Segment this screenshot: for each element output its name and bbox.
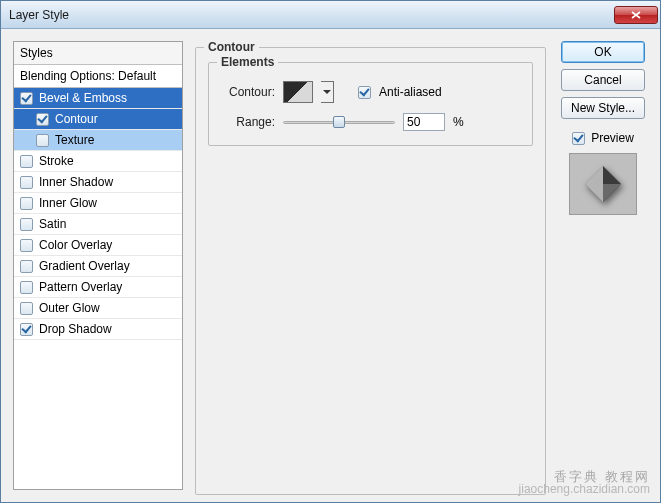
style-row-inner-glow[interactable]: Inner Glow	[14, 193, 182, 214]
style-checkbox[interactable]	[20, 239, 33, 252]
styles-list: Bevel & EmbossContourTextureStrokeInner …	[14, 88, 182, 340]
ok-button[interactable]: OK	[561, 41, 645, 63]
range-input[interactable]	[403, 113, 445, 131]
style-checkbox[interactable]	[20, 176, 33, 189]
style-label: Color Overlay	[39, 238, 112, 252]
style-row-contour[interactable]: Contour	[14, 109, 182, 130]
new-style-button[interactable]: New Style...	[561, 97, 645, 119]
close-icon	[631, 11, 641, 19]
style-label: Stroke	[39, 154, 74, 168]
styles-header[interactable]: Styles	[14, 42, 182, 65]
watermark-line2: jiaocheng.chazidian.com	[519, 483, 650, 496]
style-row-drop-shadow[interactable]: Drop Shadow	[14, 319, 182, 340]
style-row-inner-shadow[interactable]: Inner Shadow	[14, 172, 182, 193]
style-label: Satin	[39, 217, 66, 231]
style-label: Outer Glow	[39, 301, 100, 315]
blending-options-row[interactable]: Blending Options: Default	[14, 65, 182, 88]
style-label: Bevel & Emboss	[39, 91, 127, 105]
style-row-bevel-emboss[interactable]: Bevel & Emboss	[14, 88, 182, 109]
style-checkbox[interactable]	[20, 92, 33, 105]
preview-shape	[585, 166, 621, 202]
preview-toggle[interactable]: Preview	[572, 131, 634, 145]
style-row-outer-glow[interactable]: Outer Glow	[14, 298, 182, 319]
style-row-color-overlay[interactable]: Color Overlay	[14, 235, 182, 256]
style-label: Contour	[55, 112, 98, 126]
preview-label: Preview	[591, 131, 634, 145]
anti-aliased-checkbox[interactable]	[358, 86, 371, 99]
right-column: OK Cancel New Style... Preview	[558, 41, 648, 490]
anti-aliased-label: Anti-aliased	[379, 85, 442, 99]
elements-group: Elements Contour: Anti-aliased Range:	[208, 62, 533, 146]
style-label: Inner Glow	[39, 196, 97, 210]
layer-style-dialog: Layer Style Styles Blending Options: Def…	[0, 0, 661, 503]
style-checkbox[interactable]	[20, 281, 33, 294]
style-row-stroke[interactable]: Stroke	[14, 151, 182, 172]
contour-section: Contour Elements Contour: Anti-aliased R…	[195, 47, 546, 495]
contour-dropdown-button[interactable]	[321, 81, 334, 103]
style-row-texture[interactable]: Texture	[14, 130, 182, 151]
style-row-satin[interactable]: Satin	[14, 214, 182, 235]
style-row-gradient-overlay[interactable]: Gradient Overlay	[14, 256, 182, 277]
style-label: Texture	[55, 133, 94, 147]
style-checkbox[interactable]	[20, 197, 33, 210]
contour-picker[interactable]	[283, 81, 313, 103]
style-label: Drop Shadow	[39, 322, 112, 336]
style-checkbox[interactable]	[20, 260, 33, 273]
dialog-body: Styles Blending Options: Default Bevel &…	[1, 29, 660, 502]
close-button[interactable]	[614, 6, 658, 24]
range-unit: %	[453, 115, 464, 129]
range-label: Range:	[221, 115, 275, 129]
elements-legend: Elements	[217, 55, 278, 69]
styles-panel: Styles Blending Options: Default Bevel &…	[13, 41, 183, 490]
titlebar[interactable]: Layer Style	[1, 1, 660, 29]
main-panel: Contour Elements Contour: Anti-aliased R…	[195, 41, 546, 490]
style-label: Gradient Overlay	[39, 259, 130, 273]
section-heading: Contour	[204, 40, 259, 54]
watermark: 香字典 教程网 jiaocheng.chazidian.com	[519, 470, 650, 496]
style-checkbox[interactable]	[36, 134, 49, 147]
cancel-button[interactable]: Cancel	[561, 69, 645, 91]
preview-box	[569, 153, 637, 215]
style-checkbox[interactable]	[20, 323, 33, 336]
style-label: Pattern Overlay	[39, 280, 122, 294]
preview-checkbox[interactable]	[572, 132, 585, 145]
style-checkbox[interactable]	[20, 155, 33, 168]
window-title: Layer Style	[9, 8, 69, 22]
slider-thumb[interactable]	[333, 116, 345, 128]
style-row-pattern-overlay[interactable]: Pattern Overlay	[14, 277, 182, 298]
range-row: Range: %	[221, 113, 520, 131]
style-checkbox[interactable]	[20, 302, 33, 315]
style-checkbox[interactable]	[36, 113, 49, 126]
contour-label: Contour:	[221, 85, 275, 99]
style-checkbox[interactable]	[20, 218, 33, 231]
contour-row: Contour: Anti-aliased	[221, 81, 520, 103]
range-slider[interactable]	[283, 114, 395, 130]
style-label: Inner Shadow	[39, 175, 113, 189]
